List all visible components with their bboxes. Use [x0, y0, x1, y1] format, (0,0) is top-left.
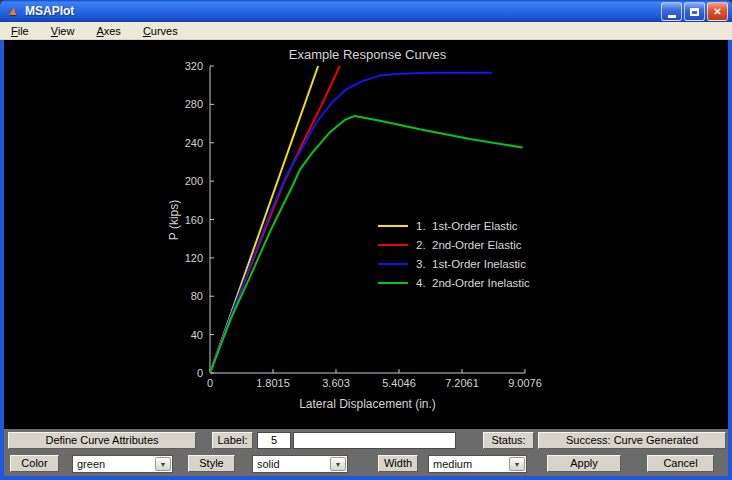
minimize-icon — [668, 15, 676, 18]
status-caption: Status: — [483, 432, 534, 449]
msaplot-window: ▲ MSAPlot ✕ File View Axes Curves 01.801… — [0, 0, 732, 480]
menu-curves[interactable]: Curves — [140, 24, 181, 38]
legend-line-swatch — [378, 225, 408, 227]
maximize-icon — [690, 8, 699, 16]
y-tick-label: 120 — [185, 252, 203, 264]
window-controls: ✕ — [661, 2, 728, 21]
label-number-field[interactable]: 5 — [257, 432, 291, 449]
color-button[interactable]: Color — [10, 455, 59, 472]
title-bar: ▲ MSAPlot ✕ — [0, 0, 732, 22]
y-tick-label: 320 — [185, 60, 203, 72]
menu-view[interactable]: View — [48, 24, 78, 38]
legend-line-swatch — [378, 244, 408, 246]
chevron-down-icon[interactable]: ▼ — [155, 457, 171, 471]
chart-legend: 1. 1st-Order Elastic2. 2nd-Order Elastic… — [378, 216, 530, 292]
style-button[interactable]: Style — [188, 455, 235, 472]
menu-bar: File View Axes Curves — [0, 22, 732, 40]
menu-file[interactable]: File — [8, 24, 32, 38]
x-axis-label: Lateral Displacement (in.) — [299, 397, 436, 411]
minimize-button[interactable] — [661, 2, 682, 21]
x-tick-label: 1.8015 — [256, 377, 290, 389]
y-tick-label: 200 — [185, 175, 203, 187]
x-tick-label: 3.603 — [322, 377, 350, 389]
close-icon: ✕ — [713, 6, 721, 17]
color-select-value: green — [77, 457, 105, 472]
legend-line-swatch — [378, 263, 408, 265]
legend-entry: 4. 2nd-Order Inelastic — [378, 273, 530, 292]
width-select-value: medium — [433, 457, 472, 472]
chevron-down-icon[interactable]: ▼ — [330, 457, 346, 471]
y-tick-label: 160 — [185, 214, 203, 226]
legend-line-swatch — [378, 282, 408, 284]
color-select[interactable]: green ▼ — [72, 455, 173, 473]
legend-entry: 1. 1st-Order Elastic — [378, 216, 530, 235]
window-title: MSAPlot — [25, 4, 74, 18]
y-tick-label: 240 — [185, 137, 203, 149]
x-tick-label: 7.2061 — [445, 377, 479, 389]
y-axis-label: P (kips) — [167, 200, 181, 240]
style-select[interactable]: solid ▼ — [252, 455, 348, 473]
legend-label: 1. 1st-Order Elastic — [416, 220, 518, 232]
x-tick-label: 0 — [207, 377, 213, 389]
status-value: Success: Curve Generated — [538, 432, 726, 449]
matlab-logo-icon: ▲ — [4, 3, 22, 19]
y-tick-label: 40 — [191, 329, 203, 341]
label-text-field[interactable] — [293, 432, 456, 449]
cancel-button[interactable]: Cancel — [647, 455, 714, 472]
chevron-down-icon[interactable]: ▼ — [509, 457, 525, 471]
define-curve-attributes-button[interactable]: Define Curve Attributes — [8, 432, 196, 449]
style-select-value: solid — [257, 457, 280, 472]
chart-title: Example Response Curves — [289, 47, 447, 62]
y-tick-label: 280 — [185, 98, 203, 110]
label-caption: Label: — [212, 432, 253, 449]
x-tick-label: 9.0076 — [508, 377, 542, 389]
close-button[interactable]: ✕ — [707, 2, 728, 21]
response-curves-chart: 01.80153.6035.40467.20619.00760408012016… — [4, 40, 728, 429]
plot-area: 01.80153.6035.40467.20619.00760408012016… — [4, 40, 728, 429]
y-tick-label: 0 — [197, 367, 203, 379]
width-select[interactable]: medium ▼ — [428, 455, 527, 473]
legend-entry: 3. 1st-Order Inelastic — [378, 254, 530, 273]
apply-button[interactable]: Apply — [547, 455, 621, 472]
menu-axes[interactable]: Axes — [93, 24, 123, 38]
legend-label: 4. 2nd-Order Inelastic — [416, 277, 530, 289]
width-button[interactable]: Width — [378, 455, 418, 472]
legend-entry: 2. 2nd-Order Elastic — [378, 235, 530, 254]
legend-label: 2. 2nd-Order Elastic — [416, 239, 521, 251]
control-panel: Define Curve Attributes Label: 5 Status:… — [4, 429, 728, 476]
x-tick-label: 5.4046 — [382, 377, 416, 389]
maximize-button[interactable] — [684, 2, 705, 21]
legend-label: 3. 1st-Order Inelastic — [416, 258, 526, 270]
y-tick-label: 80 — [191, 290, 203, 302]
